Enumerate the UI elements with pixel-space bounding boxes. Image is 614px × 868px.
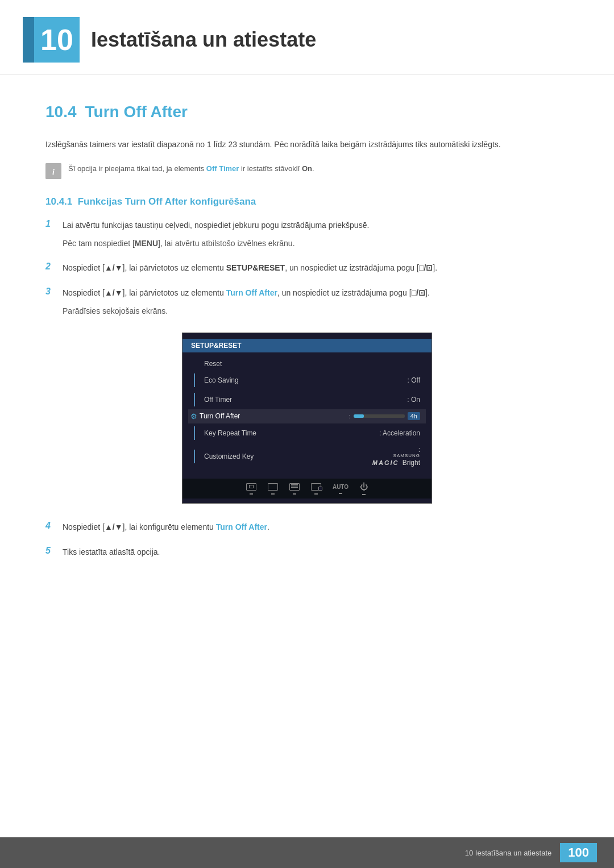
screen-title-bar: SETUP&RESET bbox=[182, 339, 432, 352]
menu-row-customized-key: Customized Key : SAMSUNG MAGIC Bright bbox=[188, 443, 426, 470]
subsection-title: Funkcijas Turn Off After konfigurēšana bbox=[78, 196, 256, 207]
note-highlight: Off Timer bbox=[206, 164, 239, 173]
nav-icon-2 bbox=[268, 483, 278, 495]
step-1-content: Lai atvērtu funkcijas taustiņu ceļvedi, … bbox=[63, 219, 569, 251]
step-4: 4 Nospiediet [▲/▼], lai konfigurētu elem… bbox=[45, 521, 569, 534]
step-number-1: 1 bbox=[45, 219, 63, 229]
screen-title-text: SETUP&RESET bbox=[191, 342, 242, 350]
screen-image: SETUP&RESET Reset Eco Saving : Off bbox=[182, 333, 432, 504]
note-box: i Šī opcija ir pieejama tikai tad, ja el… bbox=[45, 163, 569, 179]
progress-bar-container: : 4h bbox=[349, 412, 420, 420]
menu-row-off-timer: Off Timer : On bbox=[188, 390, 426, 409]
screen-container: SETUP&RESET Reset Eco Saving : Off bbox=[45, 333, 569, 504]
page-header: 10 Iestatīšana un atiestate bbox=[0, 0, 614, 74]
main-content: 10.4Turn Off After Izslēgšanās taimers v… bbox=[0, 74, 614, 616]
step-3-subtext: Parādīsies sekojošais ekrāns. bbox=[63, 305, 569, 318]
step-2: 2 Nospiediet [▲/▼], lai pārvietotos uz e… bbox=[45, 261, 569, 275]
progress-bar bbox=[354, 414, 405, 418]
step-5: 5 Tiks iestatīta atlasītā opcija. bbox=[45, 546, 569, 559]
subsection-number: 10.4.1 bbox=[45, 196, 72, 207]
step-5-content: Tiks iestatīta atlasītā opcija. bbox=[63, 546, 569, 559]
step-number-3: 3 bbox=[45, 286, 63, 297]
menu-row-turn-off-after: ⚙ Turn Off After : 4h bbox=[188, 409, 426, 423]
step-3: 3 Nospiediet [▲/▼], lai pārvietotos uz e… bbox=[45, 286, 569, 318]
nav-icon-auto: AUTO bbox=[333, 484, 349, 494]
nav-icon-power: ⏻ bbox=[360, 482, 368, 495]
progress-label: 4h bbox=[408, 412, 420, 420]
steps-list-continued: 4 Nospiediet [▲/▼], lai konfigurētu elem… bbox=[45, 521, 569, 559]
note-icon: i bbox=[45, 163, 61, 179]
note-text: Šī opcija ir pieejama tikai tad, ja elem… bbox=[68, 163, 314, 175]
step-1-subtext: Pēc tam nospiediet [MENU], lai atvērtu a… bbox=[63, 237, 569, 251]
step-2-content: Nospiediet [▲/▼], lai pārvietotos uz ele… bbox=[63, 261, 569, 275]
section-number: 10.4 bbox=[45, 103, 77, 121]
footer-text: 10 Iestatīšana un atiestate bbox=[465, 849, 552, 857]
menu-row-eco-saving: Eco Saving : Off bbox=[188, 371, 426, 390]
nav-icon-3 bbox=[289, 483, 300, 495]
screen-nav-bar: AUTO ⏻ bbox=[182, 479, 432, 499]
intro-text: Izslēgšanās taimers var iestatīt diapazo… bbox=[45, 138, 569, 152]
step-number-5: 5 bbox=[45, 546, 63, 556]
step-4-content: Nospiediet [▲/▼], lai konfigurētu elemen… bbox=[63, 521, 569, 534]
step-number-2: 2 bbox=[45, 261, 63, 272]
subsection-heading: 10.4.1 Funkcijas Turn Off After konfigur… bbox=[45, 196, 569, 207]
menu-rows: Reset Eco Saving : Off Off Timer : On bbox=[182, 357, 432, 475]
note-highlight2: On bbox=[302, 164, 312, 173]
menu-row-reset: Reset bbox=[188, 357, 426, 371]
progress-fill bbox=[354, 414, 364, 418]
chapter-number: 10 bbox=[34, 17, 80, 63]
page-footer: 10 Iestatīšana un atiestate 100 bbox=[0, 837, 614, 868]
menu-row-key-repeat: Key Repeat Time : Acceleration bbox=[188, 423, 426, 443]
section-heading: 10.4Turn Off After bbox=[45, 103, 569, 121]
nav-icon-1 bbox=[246, 483, 256, 495]
chapter-number-text: 10 bbox=[40, 23, 73, 57]
gear-icon: ⚙ bbox=[190, 412, 197, 421]
section-title: Turn Off After bbox=[85, 103, 188, 121]
step-3-content: Nospiediet [▲/▼], lai pārvietotos uz ele… bbox=[63, 286, 569, 318]
step-1: 1 Lai atvērtu funkcijas taustiņu ceļvedi… bbox=[45, 219, 569, 251]
svg-text:i: i bbox=[52, 168, 55, 176]
page-number: 100 bbox=[560, 843, 597, 862]
chapter-title: Iestatīšana un atiestate bbox=[91, 28, 316, 52]
step-number-4: 4 bbox=[45, 521, 63, 531]
steps-list: 1 Lai atvērtu funkcijas taustiņu ceļvedi… bbox=[45, 219, 569, 318]
nav-icon-4 bbox=[311, 483, 321, 495]
